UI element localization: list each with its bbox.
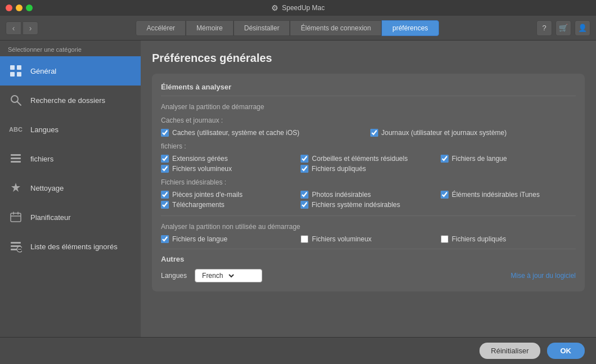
minimize-button[interactable] bbox=[16, 5, 23, 11]
planificateur-icon bbox=[8, 209, 24, 225]
ok-button[interactable]: OK bbox=[547, 343, 585, 359]
sidebar-item-recherche-dossiers-label: Recherche de dossiers bbox=[30, 96, 105, 105]
checkbox-corbeilles-elements[interactable]: Corbeilles et éléments résiduels bbox=[301, 155, 436, 163]
cart-button[interactable]: 🛒 bbox=[555, 20, 571, 36]
langues-row: Langues French English German Spanish It… bbox=[161, 269, 576, 282]
analyser-partition-title: Analyser la partition de démarrage bbox=[161, 103, 576, 111]
nav-buttons: ‹ › bbox=[6, 21, 38, 35]
recherche-dossiers-icon bbox=[8, 92, 24, 108]
checkbox-fichiers-dupliques[interactable]: Fichiers dupliqués bbox=[301, 165, 437, 173]
divider-1 bbox=[161, 215, 576, 216]
sidebar-item-nettoyage-label: Nettoyage bbox=[30, 184, 64, 192]
title-bar: ⚙ SpeedUp Mac bbox=[0, 0, 596, 16]
checkbox-fichiers-langue[interactable]: Fichiers de langue bbox=[441, 155, 576, 163]
checkbox-caches-utilisateur[interactable]: Caches (utilisateur, système et cache iO… bbox=[161, 129, 367, 137]
analyser-non-utilisee-section: Analyser la partition non utilisée au dé… bbox=[161, 223, 576, 243]
tab-preferences[interactable]: préférences bbox=[382, 20, 438, 36]
sidebar-item-fichiers[interactable]: fichiers bbox=[0, 144, 141, 173]
svg-rect-9 bbox=[11, 213, 21, 222]
svg-rect-8 bbox=[11, 161, 21, 163]
checkbox-fichiers-dupliques-nu[interactable]: Fichiers dupliqués bbox=[441, 235, 576, 243]
checkbox-journaux-utilisateur[interactable]: Journaux (utilisateur et journaux systèm… bbox=[370, 129, 576, 137]
checkbox-fichiers-systeme-indesirables[interactable]: Fichiers système indésirables bbox=[301, 201, 437, 209]
svg-rect-3 bbox=[17, 72, 21, 77]
checkbox-extensions-gerees[interactable]: Extensions gérées bbox=[161, 155, 296, 163]
svg-rect-13 bbox=[11, 242, 21, 244]
sidebar-item-liste-elements-ignores-label: Liste des éléments ignorés bbox=[30, 242, 118, 251]
sidebar-item-langues-label: Langues bbox=[30, 125, 59, 134]
tab-memoire[interactable]: Mémoire bbox=[186, 20, 234, 36]
liste-elements-ignores-icon bbox=[8, 239, 24, 254]
sidebar-item-fichiers-label: fichiers bbox=[30, 155, 53, 163]
langues-icon: ABC bbox=[8, 122, 24, 137]
tab-buttons: Accélérer Mémoire Désinstaller Éléments … bbox=[44, 20, 531, 36]
fichiers-indesirables-title: Fichiers indésirables : bbox=[161, 178, 576, 186]
caches-journaux-title: Caches et journaux : bbox=[161, 116, 576, 124]
main-layout: Sélectionner une catégorie Général Reche… bbox=[0, 41, 596, 337]
checkbox-fichiers-volumineux[interactable]: Fichiers volumineux bbox=[161, 165, 297, 173]
general-icon bbox=[8, 63, 24, 79]
tab-accelerer[interactable]: Accélérer bbox=[136, 20, 186, 36]
autres-section: Autres Langues French English German Spa… bbox=[161, 249, 576, 282]
autres-title: Autres bbox=[161, 249, 576, 263]
title-bar-center: ⚙ SpeedUp Mac bbox=[271, 3, 325, 12]
checkbox-pieces-jointes[interactable]: Pièces jointes d'e-mails bbox=[161, 191, 296, 199]
app-icon: ⚙ bbox=[271, 3, 279, 12]
update-link[interactable]: Mise à jour du logiciel bbox=[511, 272, 576, 280]
svg-rect-1 bbox=[17, 65, 21, 70]
sidebar-item-recherche-dossiers[interactable]: Recherche de dossiers bbox=[0, 86, 141, 115]
sidebar-item-planificateur[interactable]: Planificateur bbox=[0, 203, 141, 232]
toolbar-right: ? 🛒 👤 bbox=[536, 20, 590, 36]
analyser-non-utilisee-title: Analyser la partition non utilisée au dé… bbox=[161, 223, 576, 231]
checkbox-telechargements[interactable]: Téléchargements bbox=[161, 201, 297, 209]
langues-select-wrapper[interactable]: French English German Spanish Italian bbox=[195, 269, 262, 282]
svg-line-5 bbox=[17, 102, 21, 106]
fichiers-title: fichiers : bbox=[161, 142, 576, 150]
sidebar-item-liste-elements-ignores[interactable]: Liste des éléments ignorés bbox=[0, 232, 141, 261]
sidebar: Sélectionner une catégorie Général Reche… bbox=[0, 41, 141, 337]
svg-rect-0 bbox=[10, 65, 15, 70]
checkbox-photos-indesirables[interactable]: Photos indésirables bbox=[301, 191, 436, 199]
traffic-lights[interactable] bbox=[6, 5, 33, 11]
langues-left: Langues French English German Spanish It… bbox=[161, 269, 262, 282]
nettoyage-icon bbox=[8, 180, 24, 196]
analyser-partition-section: Analyser la partition de démarrage Cache… bbox=[161, 103, 576, 209]
page-title: Préférences générales bbox=[152, 52, 585, 65]
tab-desinstaller[interactable]: Désinstaller bbox=[234, 20, 290, 36]
content-area: Préférences générales Éléments à analyse… bbox=[141, 41, 596, 337]
sidebar-item-langues[interactable]: ABC Langues bbox=[0, 115, 141, 144]
preferences-card: Éléments à analyser Analyser la partitio… bbox=[152, 74, 585, 291]
bottom-bar: Réinitialiser OK bbox=[0, 337, 596, 364]
tab-elements-connexion[interactable]: Éléments de connexion bbox=[290, 20, 382, 36]
section-title: Éléments à analyser bbox=[161, 83, 576, 96]
back-button[interactable]: ‹ bbox=[6, 21, 21, 35]
sidebar-item-general-label: Général bbox=[30, 67, 56, 75]
langues-dropdown[interactable]: French English German Spanish Italian bbox=[200, 271, 236, 280]
sidebar-item-planificateur-label: Planificateur bbox=[30, 213, 71, 222]
checkbox-fichiers-volumineux-nu[interactable]: Fichiers volumineux bbox=[301, 235, 436, 243]
close-button[interactable] bbox=[6, 5, 12, 11]
toolbar: ‹ › Accélérer Mémoire Désinstaller Éléme… bbox=[0, 16, 596, 41]
sidebar-category-label: Sélectionner une catégorie bbox=[0, 41, 141, 56]
checkbox-fichiers-langue-nu[interactable]: Fichiers de langue bbox=[161, 235, 296, 243]
checkbox-elements-indesirables-itunes[interactable]: Éléments indésirables iTunes bbox=[441, 191, 576, 199]
svg-rect-7 bbox=[11, 158, 21, 159]
user-button[interactable]: 👤 bbox=[575, 20, 590, 36]
sidebar-item-nettoyage[interactable]: Nettoyage bbox=[0, 173, 141, 203]
forward-button[interactable]: › bbox=[23, 21, 38, 35]
svg-rect-2 bbox=[10, 72, 15, 77]
fichiers-icon bbox=[8, 151, 24, 167]
reset-button[interactable]: Réinitialiser bbox=[480, 343, 540, 359]
langues-label: Langues bbox=[161, 272, 187, 280]
app-title: SpeedUp Mac bbox=[282, 4, 325, 12]
help-button[interactable]: ? bbox=[536, 20, 552, 36]
maximize-button[interactable] bbox=[26, 5, 33, 11]
svg-rect-6 bbox=[11, 154, 21, 156]
sidebar-item-general[interactable]: Général bbox=[0, 56, 141, 86]
